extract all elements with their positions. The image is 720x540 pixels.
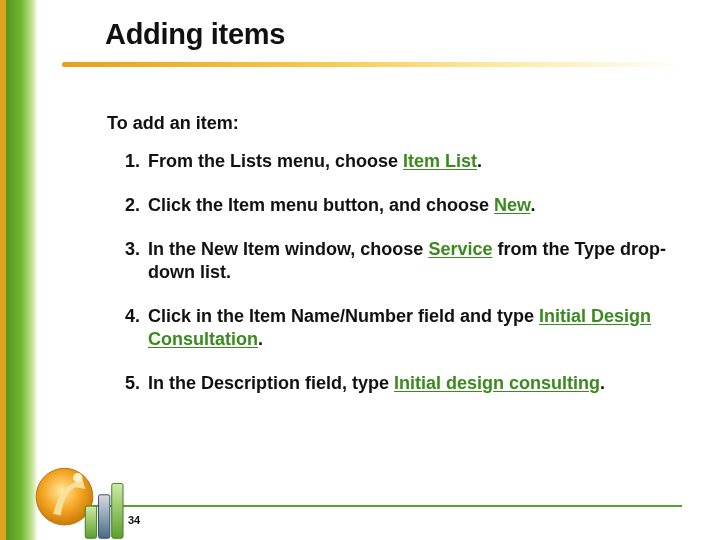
step-text-pre: In the New Item window, choose — [148, 239, 428, 259]
svg-rect-4 — [112, 483, 123, 538]
step-number: 2. — [112, 194, 140, 217]
step-text-pre: In the Description field, type — [148, 373, 394, 393]
list-item: 2. Click the Item menu button, and choos… — [112, 194, 682, 217]
sidebar-decoration — [0, 0, 38, 540]
slide-title: Adding items — [105, 18, 285, 51]
logo-icon — [34, 457, 129, 540]
step-number: 5. — [112, 372, 140, 395]
step-text-pre: Click in the Item Name/Number field and … — [148, 306, 539, 326]
step-highlight: Initial design consulting — [394, 373, 600, 393]
step-text-post: . — [600, 373, 605, 393]
title-divider — [62, 62, 682, 67]
step-highlight: New — [494, 195, 530, 215]
list-item: 4. Click in the Item Name/Number field a… — [112, 305, 682, 351]
step-number: 3. — [112, 238, 140, 261]
step-text-post: . — [258, 329, 263, 349]
list-item: 3. In the New Item window, choose Servic… — [112, 238, 682, 284]
step-highlight: Item List — [403, 151, 477, 171]
step-number: 4. — [112, 305, 140, 328]
list-item: 5. In the Description field, type Initia… — [112, 372, 682, 395]
list-item: 1. From the Lists menu, choose Item List… — [112, 150, 682, 173]
svg-point-1 — [73, 473, 82, 482]
page-number: 34 — [128, 514, 140, 526]
step-highlight: Service — [428, 239, 492, 259]
svg-rect-3 — [99, 495, 110, 538]
step-text-post: . — [477, 151, 482, 171]
step-text-pre: From the Lists menu, choose — [148, 151, 403, 171]
intro-text: To add an item: — [107, 113, 239, 134]
svg-rect-2 — [85, 506, 96, 538]
step-text-post: . — [530, 195, 535, 215]
steps-list: 1. From the Lists menu, choose Item List… — [112, 150, 682, 416]
step-text-pre: Click the Item menu button, and choose — [148, 195, 494, 215]
step-number: 1. — [112, 150, 140, 173]
footer-divider — [62, 505, 682, 507]
